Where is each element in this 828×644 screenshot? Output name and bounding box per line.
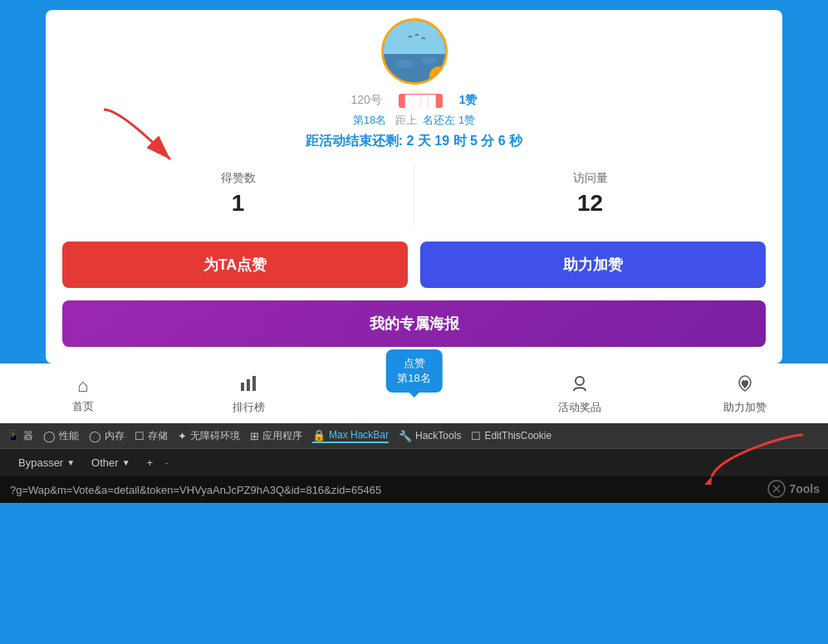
arrow-annotation — [96, 101, 179, 171]
devtools-accessibility-label: 无障碍环境 — [190, 429, 240, 443]
ranking-icon — [239, 374, 257, 398]
devtools-performance-label: 性能 — [59, 429, 79, 443]
poster-button[interactable]: 我的专属海报 — [62, 300, 766, 347]
device-icon: 📱 — [7, 430, 20, 442]
like-count: 1赞 — [459, 93, 478, 108]
action-buttons: 为TA点赞 助力加赞 — [62, 242, 766, 288]
avatar: 🐟 — [381, 18, 448, 85]
devtools-item-apps[interactable]: ⊞ 应用程序 — [250, 429, 302, 443]
storage-icon: ☐ — [135, 430, 145, 442]
devtools-item-memory[interactable]: ◯ 内存 — [89, 429, 125, 443]
hackbar-bypasser[interactable]: Bypasser ▼ — [10, 452, 83, 473]
like-button[interactable]: 为TA点赞 — [62, 242, 408, 288]
devtools-item-hacktools[interactable]: 🔧 HackTools — [399, 430, 461, 442]
accessibility-icon: ✦ — [178, 430, 187, 442]
svg-point-4 — [421, 57, 438, 64]
devtools-storage-label: 存储 — [148, 429, 168, 443]
hackbar-toolbar-icon: 🔒 — [312, 429, 326, 442]
nav-home-label: 首页 — [72, 399, 94, 414]
hackbar-add-label: + — [147, 456, 154, 469]
nav-assist-label: 助力加赞 — [723, 400, 767, 415]
bypasser-dropdown-icon: ▼ — [66, 458, 75, 467]
watermark-text: 7ools — [789, 482, 820, 495]
svg-point-3 — [394, 60, 414, 68]
profile-card: 🐟 120号 ████ 1赞 第18名 距上 名还左 1赞 距活动结束还剩: 2… — [46, 10, 782, 363]
hackbar-other-label: Other — [91, 456, 119, 469]
boost-button[interactable]: 助力加赞 — [420, 242, 766, 288]
hacktools-icon: 🔧 — [399, 430, 412, 442]
url-arrow — [703, 431, 811, 485]
url-text: ?g=Wap&m=Vote&a=detail&token=VHVyaAnJcPZ… — [10, 484, 381, 496]
distance-value: 名还左 — [423, 114, 455, 126]
rank-number: 120号 — [351, 93, 382, 108]
nav-ranking[interactable]: 排行榜 — [165, 363, 331, 423]
svg-rect-6 — [247, 379, 250, 391]
devtools-item-editcookie[interactable]: ☐ EditThisCookie — [471, 430, 551, 442]
svg-point-9 — [576, 377, 584, 385]
nav-home[interactable]: ⌂ 首页 — [0, 363, 165, 423]
hackbar-separator: - — [161, 456, 172, 471]
prizes-icon — [571, 374, 589, 398]
apps-icon: ⊞ — [250, 430, 259, 442]
other-dropdown-icon: ▼ — [122, 458, 130, 467]
url-bar: ?g=Wap&m=Vote&a=detail&token=VHVyaAnJcPZ… — [0, 476, 828, 503]
distance-label: 距上 — [395, 114, 417, 126]
nav-ranking-label: 排行榜 — [233, 400, 265, 415]
home-icon: ⌂ — [77, 375, 88, 397]
stats-row: 得赞数 1 访问量 12 — [62, 163, 766, 225]
stat-likes: 得赞数 1 — [62, 163, 414, 225]
devtools-item-accessibility[interactable]: ✦ 无障碍环境 — [178, 429, 240, 443]
stat-visits: 访问量 12 — [414, 163, 766, 225]
main-content: 🐟 120号 ████ 1赞 第18名 距上 名还左 1赞 距活动结束还剩: 2… — [0, 10, 828, 423]
watermark-icon — [767, 479, 786, 499]
devtools-item-device[interactable]: 📱 器 — [7, 429, 33, 443]
nav-vote[interactable]: 点赞第18名 点赞 — [331, 363, 497, 423]
devtools-memory-label: 内存 — [105, 429, 125, 443]
user-name-box: ████ — [399, 94, 443, 108]
devtools-item-performance[interactable]: ◯ 性能 — [43, 429, 79, 443]
nav-assist[interactable]: 助力加赞 — [663, 363, 828, 423]
devtools-hacktools-label: HackTools — [415, 430, 461, 442]
svg-rect-7 — [252, 376, 256, 391]
memory-icon: ◯ — [89, 430, 101, 442]
devtools-editcookie-label: EditThisCookie — [484, 430, 551, 442]
devtools-apps-label: 应用程序 — [262, 429, 302, 443]
bottom-nav: ⌂ 首页 排行榜 点赞第18名 点赞 — [0, 363, 828, 423]
stat-visits-value: 12 — [414, 190, 766, 217]
hackbar-other[interactable]: Other ▼ — [83, 452, 138, 473]
devtools-device-label: 器 — [23, 429, 33, 443]
stat-likes-label: 得赞数 — [62, 171, 414, 186]
performance-icon: ◯ — [43, 430, 56, 442]
hackbar-bypasser-label: Bypasser — [18, 456, 63, 469]
svg-rect-5 — [241, 383, 244, 391]
avatar-badge: 🐟 — [429, 66, 448, 85]
svg-rect-1 — [384, 21, 448, 54]
nav-prizes[interactable]: 活动奖品 — [497, 363, 662, 423]
vote-badge: 点赞第18名 — [385, 349, 442, 393]
hackbar-add[interactable]: + — [139, 452, 162, 473]
nav-prizes-label: 活动奖品 — [558, 400, 601, 415]
avatar-area: 🐟 — [62, 18, 766, 85]
devtools-item-hackbar[interactable]: 🔒 Max HackBar — [312, 429, 389, 443]
stat-likes-value: 1 — [62, 190, 414, 217]
editcookie-icon: ☐ — [471, 430, 481, 442]
devtools-hackbar-label: Max HackBar — [329, 429, 389, 441]
watermark: 7ools — [767, 479, 820, 499]
blue-top-bar — [0, 0, 828, 10]
stat-visits-label: 访问量 — [414, 171, 766, 186]
devtools-item-storage[interactable]: ☐ 存储 — [135, 429, 168, 443]
assist-icon — [736, 374, 754, 398]
